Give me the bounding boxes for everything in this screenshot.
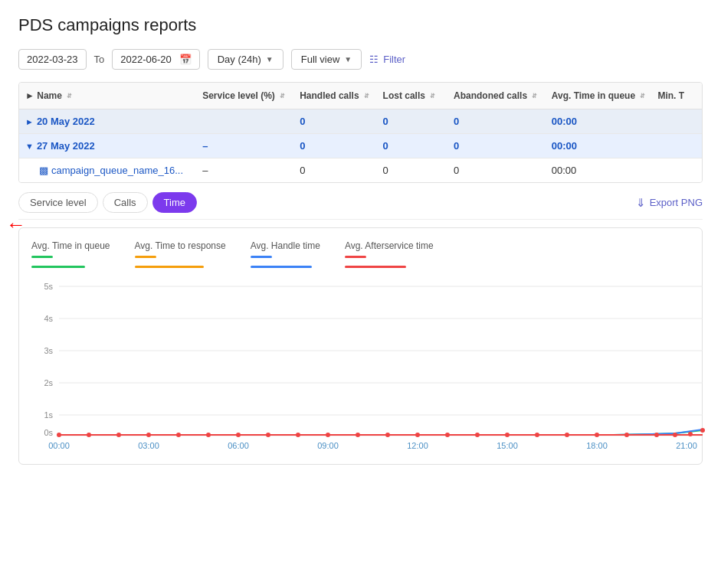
chart-card: Avg. Time in queue Avg. Time to response… (18, 227, 703, 465)
tab-time[interactable]: Time (152, 192, 197, 213)
sort-icon-avg-time[interactable]: ⇵ (640, 93, 645, 100)
svg-text:18:00: 18:00 (586, 441, 608, 450)
row-min-t-3 (651, 158, 702, 183)
row-lost-calls-3: 0 (377, 158, 447, 183)
tab-service-level[interactable]: Service level (18, 192, 98, 213)
view-value: Full view (301, 54, 340, 65)
row-avg-time-queue: 00:00 (546, 109, 652, 134)
chart-area: 5s 4s 3s 2s 1s 0s (31, 279, 690, 455)
svg-point-35 (700, 428, 705, 433)
date-from-input[interactable]: 2022-03-23 (18, 49, 87, 70)
sort-icon-lost[interactable]: ⇵ (430, 93, 435, 100)
row-group-name-2: 27 May 2022 (37, 140, 95, 152)
table-row[interactable]: ▼ 27 May 2022 – 0 0 0 00:00 (19, 134, 702, 158)
svg-text:3s: 3s (44, 346, 53, 355)
date-to-input[interactable]: 2022-06-20 📅 (112, 49, 200, 70)
col-header-avg-time-queue[interactable]: Avg. Time in queue ⇵ (546, 83, 652, 109)
row-handled-calls-3: 0 (293, 158, 376, 183)
legend-dot-red (345, 256, 366, 258)
legend-line-green (31, 266, 85, 268)
row-min-t (651, 109, 702, 134)
row-min-t-2 (651, 134, 702, 158)
calendar-icon: 📅 (179, 54, 192, 65)
chart-tab-group: Service level Calls Time (18, 192, 197, 213)
page-title: PDS campaigns reports (18, 15, 703, 35)
sort-icon-name[interactable]: ⇵ (67, 93, 72, 100)
svg-point-12 (57, 433, 61, 437)
row-abandoned-calls-3: 0 (447, 158, 546, 183)
row-lost-calls: 0 (377, 109, 447, 134)
expand-icon-2: ▼ (25, 142, 34, 151)
legend-avg-time-queue: Avg. Time in queue (31, 240, 110, 268)
table-row[interactable]: ▩ campaign_queue_name_16... – 0 0 0 00:0… (19, 158, 702, 183)
svg-point-16 (176, 433, 181, 437)
download-icon: ⇓ (636, 196, 646, 210)
svg-point-28 (535, 433, 539, 437)
sort-icon-service[interactable]: ⇵ (280, 93, 285, 100)
svg-point-14 (116, 433, 121, 437)
legend-line-orange (135, 266, 204, 268)
filter-button[interactable]: ☷ Filter (369, 54, 405, 65)
to-label: To (94, 54, 105, 65)
chevron-down-icon: ▼ (266, 55, 274, 64)
svg-text:0s: 0s (44, 428, 53, 437)
row-service-level-3: – (196, 158, 293, 183)
row-abandoned-calls: 0 (447, 109, 546, 134)
row-lost-calls-2: 0 (377, 134, 447, 158)
col-header-lost-calls[interactable]: Lost calls ⇵ (377, 83, 447, 109)
time-chart-svg: 5s 4s 3s 2s 1s 0s (31, 279, 706, 455)
svg-text:03:00: 03:00 (138, 441, 159, 450)
svg-point-13 (87, 433, 91, 437)
date-to-value: 2022-06-20 (120, 54, 172, 65)
sort-icon-handled[interactable]: ⇵ (364, 93, 369, 100)
svg-point-17 (206, 433, 211, 437)
filter-label: Filter (383, 54, 405, 65)
legend-line-blue (251, 266, 312, 268)
view-dropdown[interactable]: Full view ▼ (291, 49, 362, 70)
chart-bar-icon: ▩ (39, 165, 48, 176)
row-avg-time-queue-2: 00:00 (546, 134, 652, 158)
legend-avg-afterservice-time: Avg. Afterservice time (345, 240, 434, 268)
data-table: ► Name ⇵ Service level (%) ⇵ Handled cal… (18, 82, 703, 183)
export-label: Export PNG (650, 197, 703, 208)
svg-point-30 (595, 433, 599, 437)
legend-dot-blue (251, 256, 272, 258)
row-abandoned-calls-2: 0 (447, 134, 546, 158)
col-header-abandoned-calls[interactable]: Abandoned calls ⇵ (447, 83, 546, 109)
chevron-down-icon-2: ▼ (344, 55, 352, 64)
tab-calls[interactable]: Calls (103, 192, 148, 213)
svg-point-25 (445, 433, 450, 437)
svg-text:4s: 4s (44, 314, 53, 323)
col-header-handled-calls[interactable]: Handled calls ⇵ (293, 83, 376, 109)
svg-point-34 (688, 432, 693, 436)
svg-point-24 (415, 433, 420, 437)
sort-icon-abandoned[interactable]: ⇵ (532, 93, 537, 100)
expand-icon: ► (25, 117, 34, 126)
svg-point-33 (673, 433, 677, 437)
col-header-min-t[interactable]: Min. T (651, 83, 702, 109)
svg-text:5s: 5s (44, 282, 53, 291)
svg-point-27 (505, 433, 510, 437)
row-service-level-2: – (196, 134, 293, 158)
period-value: Day (24h) (218, 54, 261, 65)
filter-icon: ☷ (369, 54, 379, 65)
row-handled-calls-2: 0 (293, 134, 376, 158)
svg-text:12:00: 12:00 (407, 441, 428, 450)
row-handled-calls: 0 (293, 109, 376, 134)
period-dropdown[interactable]: Day (24h) ▼ (208, 49, 283, 70)
col-header-name[interactable]: ► Name ⇵ (19, 83, 196, 109)
svg-point-26 (475, 433, 480, 437)
svg-point-29 (565, 433, 569, 437)
row-avg-time-queue-3: 00:00 (546, 158, 652, 183)
date-from-value: 2022-03-23 (27, 54, 78, 65)
svg-point-23 (385, 433, 390, 437)
table-row[interactable]: ► 20 May 2022 0 0 0 00:00 (19, 109, 702, 134)
export-png-button[interactable]: ⇓ Export PNG (636, 196, 703, 210)
svg-point-21 (326, 433, 330, 437)
legend-avg-time-response: Avg. Time to response (135, 240, 226, 268)
legend-line-red (345, 266, 406, 268)
col-header-service-level[interactable]: Service level (%) ⇵ (196, 83, 293, 109)
red-arrow-indicator: ← (6, 213, 26, 237)
svg-text:1s: 1s (44, 410, 53, 420)
row-item-name: campaign_queue_name_16... (51, 165, 183, 176)
